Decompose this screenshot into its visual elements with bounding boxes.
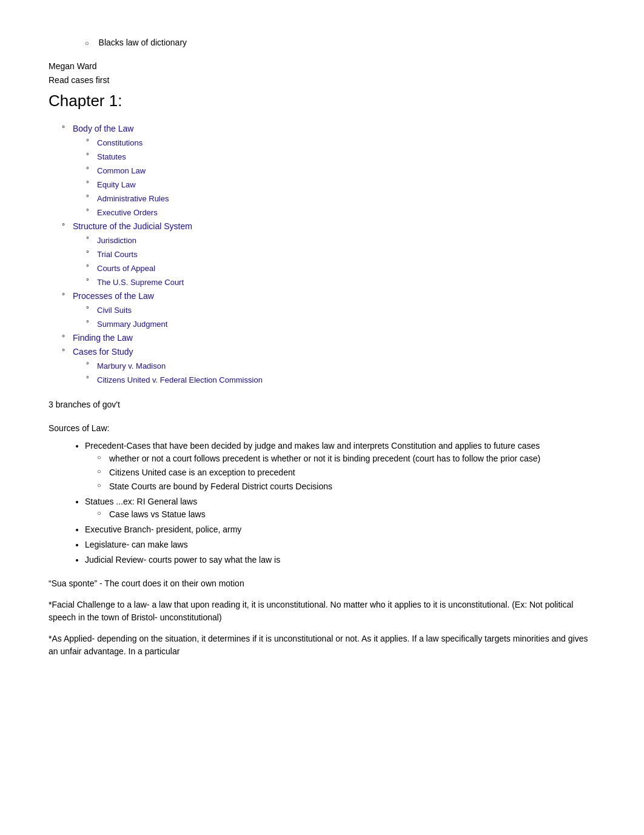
source-item: Judicial Review- courts power to say wha… [85, 554, 595, 566]
outline-l2-label: Trial Courts [97, 250, 138, 259]
outline-l2-label: Executive Orders [97, 208, 158, 217]
outline-l1-item: Cases for StudyMarbury v. MadisonCitizen… [73, 346, 595, 386]
outline-l2-label: Marbury v. Madison [97, 361, 166, 371]
outline-l2-label: Citizens United v. Federal Election Comm… [97, 375, 263, 384]
outline-l1-item: Structure of the Judicial SystemJurisdic… [73, 220, 595, 289]
outline-l2-item: Summary Judgment [97, 318, 595, 330]
outline-l2-item: Statutes [97, 150, 595, 163]
outline-l2-item: Administrative Rules [97, 192, 595, 205]
outline-l2-label: Courts of Appeal [97, 264, 155, 273]
top-bullet-item: Blacks law of dictionary [85, 36, 595, 49]
outline-l1-item: Finding the Law [73, 332, 595, 344]
source-child-item: Citizens United case is an exception to … [109, 466, 595, 479]
outline-l2-item: Jurisdiction [97, 234, 595, 247]
outline-l2-label: Summary Judgment [97, 320, 167, 329]
outline-l2-item: Constitutions [97, 136, 595, 149]
outline-l2-item: Trial Courts [97, 248, 595, 261]
sources-list: Precedent-Cases that have been decided b… [49, 440, 595, 566]
source-child-item: State Courts are bound by Federal Distri… [109, 480, 595, 493]
outline-l2-item: Executive Orders [97, 206, 595, 219]
source-child-item: whether or not a court follows precedent… [109, 452, 595, 465]
outline-l1-label: Structure of the Judicial System [73, 221, 192, 231]
outline-l1-label: Cases for Study [73, 347, 133, 357]
outline-l2-item: Marbury v. Madison [97, 360, 595, 372]
source-item: Executive Branch- president, police, arm… [85, 523, 595, 536]
outline-l2-item: The U.S. Supreme Court [97, 276, 595, 289]
source-item: Precedent-Cases that have been decided b… [85, 440, 595, 493]
outline-l2-item: Equity Law [97, 178, 595, 191]
author-name: Megan Ward [49, 60, 595, 73]
branches-text: 3 branches of gov't [49, 398, 595, 411]
outline-l2-label: Jurisdiction [97, 236, 136, 245]
author-note: Read cases first [49, 74, 595, 87]
quote-block: “Sua sponte” - The court does it on thei… [49, 577, 595, 590]
sources-heading: Sources of Law: [49, 422, 595, 435]
outline-l2-item: Common Law [97, 164, 595, 177]
outline-l2-label: Equity Law [97, 180, 136, 189]
source-child-item: Case laws vs Statue laws [109, 508, 595, 521]
outline-l1-item: Processes of the LawCivil SuitsSummary J… [73, 290, 595, 330]
outline-l2-label: Administrative Rules [97, 194, 169, 203]
outline-l2-label: Civil Suits [97, 306, 132, 315]
asterisk2-block: *As Applied- depending on the situation,… [49, 632, 595, 658]
outline-l2-label: Common Law [97, 166, 146, 175]
outline-l1-label: Body of the Law [73, 124, 133, 133]
outline-l2-item: Civil Suits [97, 304, 595, 317]
source-item: Legislature- can make laws [85, 538, 595, 551]
source-item: Statues ...ex: RI General lawsCase laws … [85, 495, 595, 521]
outline-l1-item: Body of the LawConstitutionsStatutesComm… [73, 122, 595, 219]
outline-l2-item: Courts of Appeal [97, 262, 595, 275]
outline-l1-label: Finding the Law [73, 333, 133, 343]
asterisk1-block: *Facial Challenge to a law- a law that u… [49, 599, 595, 624]
outline-l2-item: Citizens United v. Federal Election Comm… [97, 374, 595, 386]
outline: Body of the LawConstitutionsStatutesComm… [49, 122, 595, 386]
chapter-heading: Chapter 1: [49, 89, 595, 113]
outline-l2-label: Statutes [97, 152, 126, 161]
top-bullet-text: Blacks law of dictionary [99, 38, 187, 47]
outline-l1-label: Processes of the Law [73, 291, 154, 301]
outline-l2-label: Constitutions [97, 138, 143, 147]
outline-l2-label: The U.S. Supreme Court [97, 278, 184, 287]
